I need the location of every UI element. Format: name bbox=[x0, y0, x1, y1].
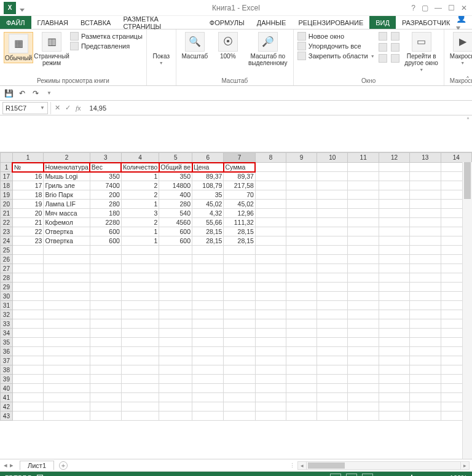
cell[interactable]: Сумма bbox=[224, 163, 255, 172]
column-header[interactable]: 8 bbox=[255, 153, 286, 163]
cell[interactable] bbox=[255, 273, 286, 283]
cell[interactable] bbox=[348, 402, 379, 412]
cell[interactable] bbox=[255, 329, 286, 338]
cell[interactable] bbox=[379, 393, 409, 402]
cell[interactable] bbox=[379, 292, 409, 301]
cell[interactable] bbox=[379, 163, 409, 172]
cell[interactable] bbox=[255, 200, 286, 209]
cell[interactable] bbox=[90, 283, 121, 292]
cell[interactable] bbox=[410, 246, 441, 255]
sheet-nav[interactable]: ◂▸ bbox=[0, 461, 17, 469]
minimize-icon[interactable]: — bbox=[435, 4, 442, 12]
cell[interactable] bbox=[192, 402, 224, 412]
switch-windows-button[interactable]: ▭ Перейти в другое окно ▼ bbox=[403, 32, 440, 72]
row-header[interactable]: 22 bbox=[1, 218, 13, 227]
hscroll-left-icon[interactable]: ◂ bbox=[298, 462, 307, 469]
cell[interactable] bbox=[44, 292, 90, 301]
reset-pos-button[interactable] bbox=[391, 54, 399, 63]
row-header[interactable]: 23 bbox=[1, 227, 13, 236]
cell[interactable] bbox=[348, 365, 379, 375]
cell[interactable] bbox=[121, 347, 159, 356]
cell[interactable] bbox=[379, 236, 409, 246]
cell[interactable] bbox=[348, 375, 379, 384]
cell[interactable] bbox=[192, 319, 224, 329]
cell[interactable] bbox=[12, 319, 44, 329]
cell[interactable] bbox=[44, 264, 90, 273]
cell[interactable] bbox=[410, 200, 441, 209]
row-header[interactable]: 28 bbox=[1, 273, 13, 283]
cell[interactable]: 200 bbox=[90, 190, 121, 200]
cell[interactable] bbox=[379, 227, 409, 236]
cell[interactable]: 28,15 bbox=[224, 227, 255, 236]
cell[interactable] bbox=[317, 218, 348, 227]
cell[interactable]: Номенклатура bbox=[44, 163, 90, 172]
row-header[interactable]: 36 bbox=[1, 347, 13, 356]
cell[interactable] bbox=[12, 273, 44, 283]
cell[interactable] bbox=[286, 402, 317, 412]
cell[interactable] bbox=[317, 163, 348, 172]
vertical-scrollbar[interactable] bbox=[462, 162, 472, 459]
cell[interactable] bbox=[121, 338, 159, 347]
row-header[interactable]: 37 bbox=[1, 356, 13, 365]
cell[interactable] bbox=[224, 310, 255, 319]
cell[interactable] bbox=[159, 283, 192, 292]
cell[interactable] bbox=[348, 264, 379, 273]
cell[interactable] bbox=[286, 283, 317, 292]
ribbon-options-icon[interactable]: ▢ bbox=[422, 4, 428, 12]
tab-page-layout[interactable]: РАЗМЕТКА СТРАНИЦЫ bbox=[117, 16, 203, 29]
formula-input[interactable]: 14,95 bbox=[86, 104, 472, 112]
cell[interactable] bbox=[317, 301, 348, 310]
cell[interactable] bbox=[255, 172, 286, 181]
tab-formulas[interactable]: ФОРМУЛЫ bbox=[203, 16, 251, 29]
cell[interactable] bbox=[12, 264, 44, 273]
formula-collapse-icon[interactable]: ˄ bbox=[466, 117, 470, 123]
cell[interactable] bbox=[379, 190, 409, 200]
cell[interactable]: Отвертка bbox=[44, 227, 90, 236]
name-box-dropdown-icon[interactable]: ▼ bbox=[40, 105, 45, 111]
cell[interactable] bbox=[410, 412, 441, 421]
cell[interactable] bbox=[410, 393, 441, 402]
cell[interactable] bbox=[90, 255, 121, 264]
row-header[interactable]: 33 bbox=[1, 319, 13, 329]
cell[interactable] bbox=[255, 292, 286, 301]
column-header[interactable]: 7 bbox=[224, 153, 255, 163]
cell[interactable] bbox=[192, 375, 224, 384]
row-header[interactable]: 27 bbox=[1, 264, 13, 273]
row-header[interactable]: 20 bbox=[1, 200, 13, 209]
cell[interactable] bbox=[286, 163, 317, 172]
cell[interactable] bbox=[348, 356, 379, 365]
cell[interactable]: 28,15 bbox=[192, 227, 224, 236]
cell[interactable] bbox=[286, 246, 317, 255]
cell[interactable] bbox=[159, 255, 192, 264]
cell[interactable] bbox=[224, 292, 255, 301]
cell[interactable] bbox=[44, 393, 90, 402]
cell[interactable] bbox=[90, 347, 121, 356]
cell[interactable] bbox=[44, 347, 90, 356]
tab-data[interactable]: ДАННЫЕ bbox=[251, 16, 293, 29]
cell[interactable] bbox=[379, 283, 409, 292]
cell[interactable]: Вес bbox=[90, 163, 121, 172]
cell[interactable] bbox=[192, 412, 224, 421]
row-header[interactable]: 40 bbox=[1, 384, 13, 393]
cell[interactable] bbox=[317, 246, 348, 255]
cell[interactable] bbox=[379, 264, 409, 273]
row-header[interactable]: 29 bbox=[1, 283, 13, 292]
column-header[interactable]: 1 bbox=[12, 153, 44, 163]
cell[interactable] bbox=[317, 412, 348, 421]
cell[interactable] bbox=[317, 181, 348, 190]
cell[interactable] bbox=[90, 329, 121, 338]
cell[interactable] bbox=[255, 209, 286, 218]
cell[interactable] bbox=[379, 338, 409, 347]
cell[interactable] bbox=[90, 365, 121, 375]
cell[interactable] bbox=[192, 338, 224, 347]
cell[interactable] bbox=[410, 172, 441, 181]
custom-views-button[interactable]: Представления bbox=[70, 42, 143, 50]
cell[interactable]: 18 bbox=[12, 190, 44, 200]
spreadsheet-grid[interactable]: 12345678910111213141№НоменклатураВесКоли… bbox=[0, 152, 472, 459]
cell[interactable] bbox=[348, 218, 379, 227]
cell[interactable]: 45,02 bbox=[192, 200, 224, 209]
row-header[interactable]: 35 bbox=[1, 338, 13, 347]
cell[interactable] bbox=[255, 356, 286, 365]
cell[interactable] bbox=[90, 310, 121, 319]
cell[interactable] bbox=[255, 283, 286, 292]
